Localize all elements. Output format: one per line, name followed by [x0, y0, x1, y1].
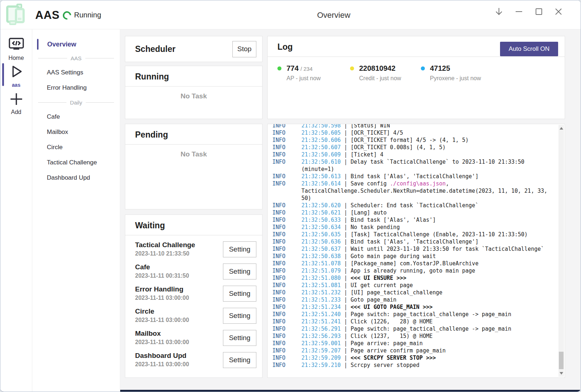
stat-label: Pyroxene - just now: [430, 75, 481, 82]
log-level: INFO: [272, 325, 301, 332]
log-message: 21:32:50.610 | Delay task `TacticalChall…: [301, 158, 548, 173]
log-text-segment: [Lang] auto: [350, 209, 386, 216]
sidebar-item-aas-settings[interactable]: AAS Settings: [32, 65, 120, 80]
log-separator: |: [341, 130, 350, 136]
log-text-segment: Bind task ['Alas', 'TacticalChallenge']: [350, 238, 478, 245]
maximize-button[interactable]: [531, 4, 547, 19]
log-row: INFO21:32:51.241 | Click (1226, 28) @ HO…: [272, 318, 565, 325]
pending-title: Pending: [135, 130, 262, 140]
app-name: AAS: [35, 9, 60, 22]
log-text-segment: [UI] page_tactical_challenge: [350, 289, 442, 296]
pending-card: Pending No Task: [125, 124, 263, 209]
sidebar-item-mailbox[interactable]: Mailbox: [32, 124, 120, 140]
scroll-up-icon[interactable]: [560, 127, 563, 130]
setting-button[interactable]: Setting: [223, 241, 256, 257]
log-row: INFO21:32:51.233 | Goto page_main: [272, 296, 565, 303]
resource-stats: 774/ 234AP - just now220810942Credit - j…: [268, 64, 565, 82]
log-level: INFO: [272, 144, 301, 151]
log-timestamp: 21:32:51.240: [301, 311, 341, 318]
log-separator: |: [341, 137, 350, 143]
running-title: Running: [135, 72, 262, 82]
rail-item-aas[interactable]: aas: [0, 64, 32, 88]
scroll-down-icon[interactable]: [560, 372, 563, 375]
log-timestamp: 21:32:50.635: [301, 231, 341, 238]
log-level: INFO: [272, 136, 301, 144]
log-row: INFO21:32:51.240 | Page switch: page_tac…: [272, 311, 565, 318]
log-text-segment: Page switch: page_tactical_challenge -> …: [350, 311, 511, 318]
log-scrollbar[interactable]: [558, 125, 564, 377]
log-text-segment: [Ticket] 4: [350, 151, 383, 158]
log-text-segment: Page arrive confirm page_main: [350, 347, 446, 354]
log-separator: |: [341, 347, 350, 354]
log-separator: |: [341, 268, 350, 274]
log-timestamp: 21:32:50.638: [301, 253, 341, 260]
scrollbar-thumb[interactable]: [559, 352, 564, 369]
resource-stat: 774/ 234AP - just now: [277, 64, 350, 82]
log-row: INFO21:32:50.637 | Wait until 2023-11-10…: [272, 245, 565, 253]
setting-button[interactable]: Setting: [223, 286, 256, 302]
log-level: INFO: [272, 173, 301, 180]
sidebar-item-tactical-challenge[interactable]: Tactical Challenge: [32, 155, 120, 170]
sidebar-item-error-handling[interactable]: Error Handling: [32, 80, 120, 95]
waiting-task-row: Cafe2023-11-11 00:31:50Setting: [125, 261, 262, 283]
rail-item-home[interactable]: Home: [0, 37, 32, 61]
setting-button[interactable]: Setting: [223, 330, 256, 346]
log-row: INFO21:32:50.610 | Delay task `TacticalC…: [272, 158, 565, 173]
log-row: INFO21:32:51.234 | <<< UI GOTO PAGE_MAIN…: [272, 303, 565, 311]
scheduler-status-text: Running: [74, 11, 101, 19]
log-timestamp: 21:32:50.637: [301, 246, 341, 252]
log-row: INFO21:32:51.079 | App is already runnin…: [272, 267, 565, 274]
resource-stat: 220810942Credit - just now: [350, 64, 421, 82]
setting-button[interactable]: Setting: [223, 264, 256, 279]
stat-text: 774/ 234AP - just now: [287, 64, 321, 82]
sidebar-item-cafe[interactable]: Cafe: [32, 109, 120, 124]
log-separator: |: [341, 159, 350, 165]
sidebar-item-circle[interactable]: Circle: [32, 140, 120, 155]
log-text-segment: [OCR_TICKET] 4/5: [350, 130, 403, 136]
rail-item-add[interactable]: Add: [0, 92, 32, 115]
stat-text: 47125Pyroxene - just now: [430, 64, 481, 82]
auto-scroll-toggle[interactable]: Auto Scroll ON: [500, 42, 558, 56]
log-message: 21:32:59.001 | Page arrive: page_main: [301, 340, 548, 347]
log-row: INFO21:32:50.613 | Bind task ['Alas', 'T…: [272, 173, 565, 180]
pending-empty-text: No Task: [125, 150, 262, 158]
log-separator: |: [341, 282, 350, 289]
log-message: 21:32:50.633 | Bind task ['Alas', 'Alas'…: [301, 216, 548, 224]
log-row: INFO21:32:50.620 | Scheduler: End task `…: [272, 202, 565, 209]
log-message: 21:32:50.606 | [OCR_TICKET format] 4/5 -…: [301, 136, 548, 144]
log-text-segment: Wait until 2023-11-10 21:33:50 for task …: [350, 246, 544, 252]
stop-button[interactable]: Stop: [232, 41, 256, 57]
log-separator: |: [341, 209, 350, 216]
log-text-segment: No task pending: [350, 224, 399, 230]
minimize-button[interactable]: [511, 4, 527, 19]
log-timestamp: 21:32:50.609: [301, 151, 341, 158]
log-timestamp: 21:32:59.207: [301, 347, 341, 354]
log-view[interactable]: INFO21:32:50.598 | [Status] WININFO21:32…: [267, 124, 565, 378]
sidebar-item-dashboard-upd[interactable]: Dashboard Upd: [32, 170, 120, 185]
log-separator: |: [341, 326, 350, 332]
log-level: INFO: [272, 267, 301, 274]
log-message: 21:32:50.598 | [Status] WIN: [301, 124, 548, 129]
sidebar-group-label: AAS: [71, 55, 82, 61]
waiting-task-row: Dashboard Upd2023-11-11 03:00:00Setting: [125, 350, 262, 372]
log-level: INFO: [272, 354, 301, 362]
log-level: INFO: [272, 282, 301, 289]
log-text-segment: ./config\aas.json: [390, 180, 446, 187]
log-message: 21:32:50.607 | [OCR_TICKET 0.008s] (4, 1…: [301, 144, 548, 151]
setting-button[interactable]: Setting: [223, 352, 256, 368]
download-button[interactable]: [491, 4, 507, 19]
log-timestamp: 21:32:56.293: [301, 333, 341, 339]
rail-item-label: aas: [0, 82, 32, 88]
log-level: INFO: [272, 332, 301, 340]
log-timestamp: 21:32:50.610: [301, 159, 341, 165]
close-button[interactable]: [550, 4, 567, 19]
log-row: INFO21:32:50.638 | Goto main page during…: [272, 253, 565, 260]
log-message: 21:32:51.240 | Page switch: page_tactica…: [301, 311, 548, 318]
log-timestamp: 21:32:50.613: [301, 173, 341, 180]
log-text-segment: Scrcpy server stopped: [350, 362, 419, 368]
setting-button[interactable]: Setting: [223, 308, 256, 324]
sidebar-item-overview[interactable]: Overview: [32, 39, 76, 50]
log-message: 21:32:51.080 | <<< UI ENSURE >>>: [301, 274, 548, 282]
log-message: 21:32:50.614 | Save config ./config\aas.…: [301, 180, 548, 202]
log-level: INFO: [272, 311, 301, 318]
